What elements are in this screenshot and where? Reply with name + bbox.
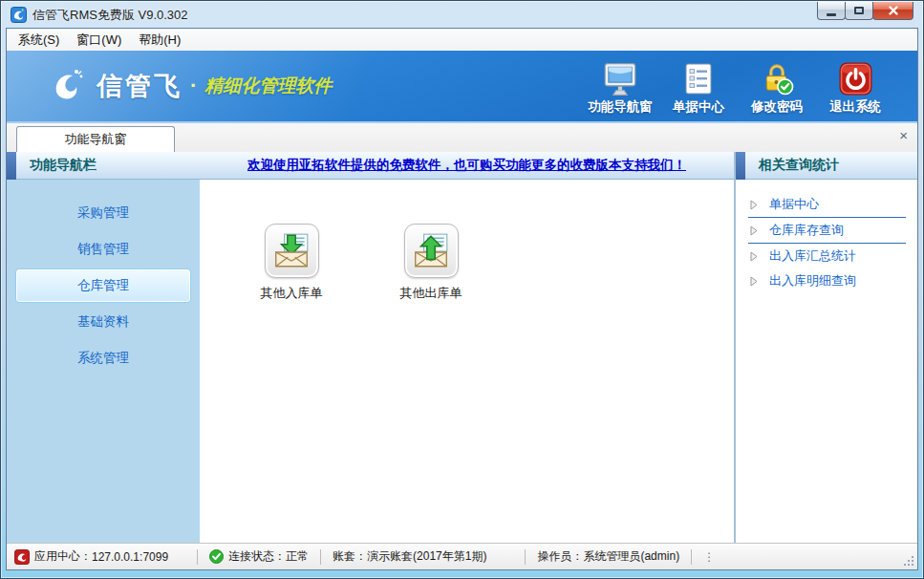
app-center-logo-icon: [14, 549, 30, 565]
right-panel: 相关查询统计 单据中心 仓库库存查询: [736, 152, 917, 543]
close-button[interactable]: [872, 2, 913, 20]
connection-label: 连接状态：: [228, 548, 286, 565]
minimize-icon: [827, 13, 836, 16]
status-separator: [525, 549, 526, 565]
app-center-label: 应用中心：: [34, 548, 92, 565]
envelope-arrow-out-icon: [411, 231, 451, 271]
exit-system-button[interactable]: 退出系统: [816, 56, 894, 116]
resize-grip-icon[interactable]: [902, 554, 914, 567]
change-password-button[interactable]: 修改密码: [738, 56, 816, 116]
shortcut-other-inbound-button: [265, 224, 319, 278]
maximize-icon: [854, 7, 864, 14]
app-logo-icon: [11, 7, 27, 23]
status-separator: [320, 549, 321, 565]
triangle-bullet-icon: [750, 276, 758, 287]
brand-slogan: 精细化管理软件: [204, 74, 332, 98]
content: 功能导航栏 采购管理 销售管理 仓库管理 基础资料 系统管理 欢迎使用亚拓软件提…: [7, 152, 917, 543]
menu-bar: 系统(S) 窗口(W) 帮助(H): [7, 29, 917, 51]
triangle-bullet-icon: [750, 251, 758, 262]
close-icon: [888, 5, 899, 16]
menu-help[interactable]: 帮助(H): [133, 30, 192, 51]
main-area: 欢迎使用亚拓软件提供的免费软件，也可购买功能更多的收费版本支持我们！: [200, 152, 734, 543]
brand-name: 信管飞: [97, 69, 183, 103]
welcome-link[interactable]: 欢迎使用亚拓软件提供的免费软件，也可购买功能更多的收费版本支持我们！: [247, 157, 686, 174]
title-bar: 信管飞RMS免费版 V9.0.302: [2, 2, 922, 28]
window-title: 信管飞RMS免费版 V9.0.302: [32, 7, 188, 24]
sidebar-title: 功能导航栏: [30, 157, 97, 174]
triangle-bullet-icon: [750, 225, 758, 236]
tab-close-icon[interactable]: ×: [899, 128, 908, 142]
main-body: 其他入库单 其: [200, 180, 734, 543]
brand: 信管飞 · 精细化管理软件: [47, 65, 332, 107]
right-panel-body: 单据中心 仓库库存查询 出入库汇总统计: [736, 180, 917, 543]
brand-separator-dot: ·: [190, 74, 197, 98]
tab-strip: 功能导航窗 ×: [7, 123, 917, 152]
sidebar: 功能导航栏 采购管理 销售管理 仓库管理 基础资料 系统管理: [7, 152, 200, 543]
connection-value: 正常: [286, 548, 309, 565]
shortcut-other-inbound-label: 其他入库单: [261, 285, 323, 302]
query-link-warehouse-stock[interactable]: 仓库库存查询: [736, 218, 917, 243]
query-link-document-center[interactable]: 单据中心: [736, 192, 917, 217]
menu-system[interactable]: 系统(S): [12, 30, 71, 51]
banner-actions: 功能导航窗 单据中心: [581, 56, 894, 116]
minimize-button[interactable]: [817, 2, 846, 20]
status-grip-dots: ⋮: [703, 552, 715, 562]
status-account: 账套： 演示账套(2017年第1期): [333, 548, 486, 565]
monitor-icon: [602, 62, 638, 96]
menu-window[interactable]: 窗口(W): [71, 30, 133, 51]
document-list-icon: [682, 62, 715, 96]
operator-label: 操作员：: [537, 548, 583, 565]
app-body: 系统(S) 窗口(W) 帮助(H) 信管飞 · 精细化管理软件: [6, 28, 918, 570]
right-panel-header: 相关查询统计: [736, 152, 917, 180]
right-panel-title: 相关查询统计: [759, 157, 839, 174]
document-center-button[interactable]: 单据中心: [659, 56, 738, 116]
brand-logo-icon: [47, 65, 89, 107]
app-window: 信管飞RMS免费版 V9.0.302 系统(S) 窗口(W) 帮助(H): [0, 0, 924, 579]
tab-nav-window[interactable]: 功能导航窗: [16, 126, 175, 152]
status-connection: 连接状态： 正常: [209, 548, 309, 565]
status-separator: [691, 549, 692, 565]
sidebar-item-sales[interactable]: 销售管理: [15, 231, 191, 268]
status-separator: [197, 549, 198, 565]
shortcut-other-inbound[interactable]: 其他入库单: [238, 224, 345, 302]
sidebar-item-system[interactable]: 系统管理: [15, 340, 191, 376]
banner: 信管飞 · 精细化管理软件 功能导航窗: [7, 51, 917, 123]
sidebar-item-warehouse[interactable]: 仓库管理: [15, 268, 191, 303]
exit-system-label: 退出系统: [816, 98, 894, 116]
account-value: 演示账套(2017年第1期): [367, 548, 486, 565]
status-bar: 应用中心： 127.0.0.1:7099 连接状态： 正常 账套： 演示账套(2…: [7, 543, 917, 569]
connection-ok-icon: [209, 549, 224, 564]
maximize-button[interactable]: [845, 2, 873, 20]
change-password-label: 修改密码: [738, 98, 816, 116]
nav-window-label: 功能导航窗: [581, 98, 659, 116]
power-icon: [838, 61, 873, 96]
envelope-arrow-in-icon: [271, 231, 312, 271]
sidebar-header-accent: [7, 152, 16, 180]
nav-window-button[interactable]: 功能导航窗: [581, 56, 659, 116]
sidebar-item-basic-data[interactable]: 基础资料: [15, 304, 191, 340]
lock-check-icon: [759, 60, 795, 96]
sidebar-header: 功能导航栏: [7, 152, 200, 180]
shortcut-other-outbound-label: 其他出库单: [400, 285, 462, 302]
right-panel-header-accent: [736, 152, 745, 180]
shortcut-other-outbound-button: [404, 224, 459, 278]
status-app-center: 应用中心： 127.0.0.1:7099: [14, 548, 168, 565]
status-operator: 操作员： 系统管理员(admin): [537, 548, 679, 565]
app-center-value: 127.0.0.1:7099: [92, 550, 168, 564]
sidebar-item-purchase[interactable]: 采购管理: [15, 195, 191, 231]
shortcut-other-outbound[interactable]: 其他出库单: [377, 224, 484, 302]
operator-value: 系统管理员(admin): [583, 548, 679, 565]
triangle-bullet-icon: [750, 200, 758, 210]
sidebar-body: 采购管理 销售管理 仓库管理 基础资料 系统管理: [7, 180, 200, 543]
document-center-label: 单据中心: [659, 98, 738, 116]
query-link-inout-summary[interactable]: 出入库汇总统计: [736, 244, 917, 268]
window-controls: [818, 2, 913, 20]
account-label: 账套：: [333, 548, 367, 565]
main-header: 欢迎使用亚拓软件提供的免费软件，也可购买功能更多的收费版本支持我们！: [200, 152, 734, 180]
query-link-inout-detail[interactable]: 出入库明细查询: [736, 268, 917, 293]
